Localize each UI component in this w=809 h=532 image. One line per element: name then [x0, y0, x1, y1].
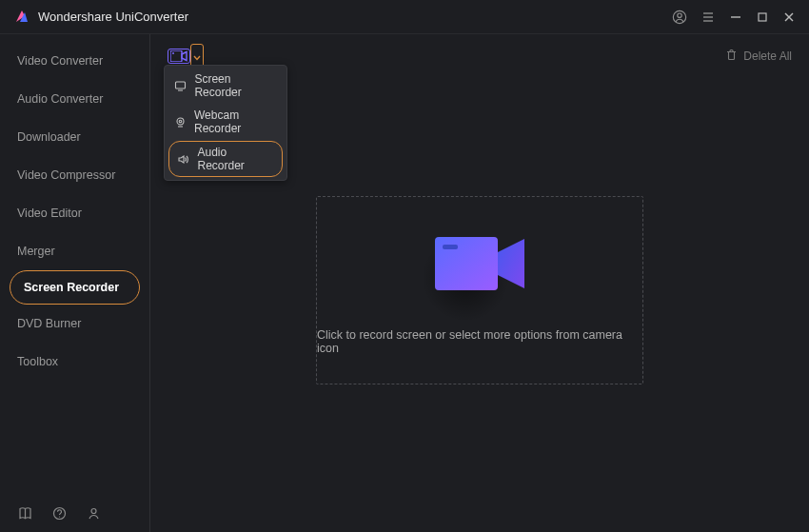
webcam-icon: [174, 115, 187, 128]
user-icon[interactable]: [86, 505, 101, 521]
sidebar-item-video-converter[interactable]: Video Converter: [0, 42, 149, 80]
main: Video Converter Audio Converter Download…: [0, 34, 809, 532]
menu-item-label: Audio Recorder: [198, 146, 274, 172]
maximize-button[interactable]: [756, 10, 769, 24]
menu-item-screen-recorder[interactable]: Screen Recorder: [165, 68, 286, 104]
camera-launcher-button[interactable]: [168, 49, 190, 64]
account-icon[interactable]: [672, 10, 687, 25]
guide-icon[interactable]: [17, 505, 32, 521]
sidebar-item-screen-recorder[interactable]: Screen Recorder: [10, 270, 140, 305]
app-title: Wondershare UniConverter: [38, 10, 188, 24]
recorder-dropdown-menu: Screen Recorder Webcam Recorder Audio Re…: [164, 65, 287, 181]
close-button[interactable]: [782, 10, 796, 24]
content-toolbar: Delete All Screen Recorder Webcam Record…: [150, 34, 809, 74]
delete-all-button[interactable]: Delete All: [725, 49, 792, 64]
sidebar-item-toolbox[interactable]: Toolbox: [0, 343, 149, 381]
menu-item-label: Screen Recorder: [194, 72, 277, 99]
svg-rect-19: [443, 245, 458, 249]
svg-point-1: [678, 13, 681, 17]
help-icon[interactable]: [51, 505, 67, 521]
svg-point-11: [91, 508, 96, 513]
svg-rect-14: [176, 82, 186, 89]
sidebar-item-video-compressor[interactable]: Video Compressor: [0, 156, 149, 194]
sidebar-items: Video Converter Audio Converter Download…: [0, 34, 149, 494]
app-logo-icon: [13, 9, 30, 26]
titlebar: Wondershare UniConverter: [0, 0, 809, 34]
record-drop-area[interactable]: Click to record screen or select more op…: [316, 196, 643, 384]
sidebar-item-audio-converter[interactable]: Audio Converter: [0, 80, 149, 118]
monitor-icon: [174, 79, 187, 92]
titlebar-right: [672, 10, 796, 25]
svg-rect-6: [759, 13, 766, 21]
svg-rect-12: [170, 50, 182, 62]
menu-item-audio-recorder[interactable]: Audio Recorder: [168, 141, 283, 177]
svg-point-16: [177, 118, 184, 125]
menu-item-label: Webcam Recorder: [194, 108, 277, 135]
camera-hero-icon: [423, 226, 537, 302]
menu-icon[interactable]: [700, 10, 716, 25]
speaker-icon: [177, 152, 190, 166]
drop-area-text: Click to record screen or select more op…: [317, 328, 642, 355]
delete-all-label: Delete All: [743, 49, 792, 63]
content: Delete All Screen Recorder Webcam Record…: [150, 34, 809, 532]
svg-point-10: [58, 516, 59, 517]
sidebar-item-downloader[interactable]: Downloader: [0, 118, 149, 156]
sidebar-item-merger[interactable]: Merger: [0, 232, 149, 270]
svg-point-17: [179, 120, 182, 123]
titlebar-left: Wondershare UniConverter: [13, 9, 188, 26]
menu-item-webcam-recorder[interactable]: Webcam Recorder: [165, 104, 286, 140]
sidebar-item-video-editor[interactable]: Video Editor: [0, 194, 149, 232]
sidebar: Video Converter Audio Converter Download…: [0, 34, 150, 532]
minimize-button[interactable]: [729, 10, 742, 24]
svg-point-13: [172, 52, 174, 54]
sidebar-bottom: [0, 494, 149, 532]
trash-icon: [725, 49, 738, 64]
sidebar-item-dvd-burner[interactable]: DVD Burner: [0, 305, 149, 343]
